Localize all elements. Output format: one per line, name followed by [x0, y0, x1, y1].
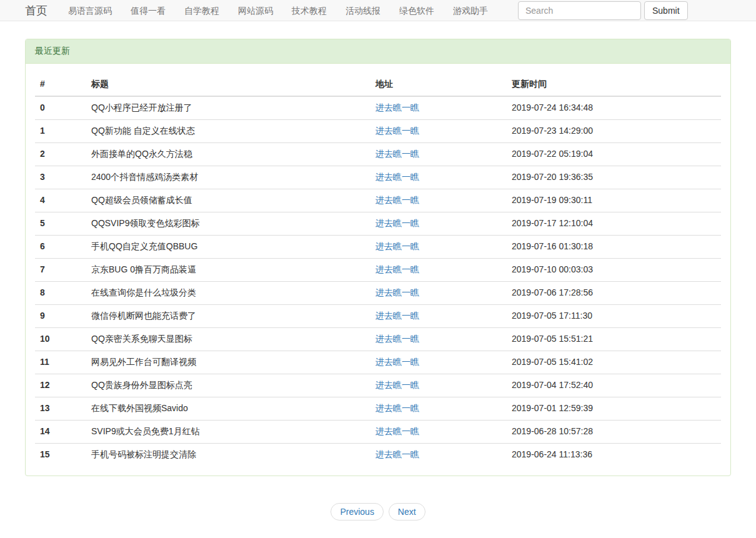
row-link[interactable]: 进去瞧一瞧 — [376, 403, 419, 413]
row-title: QQ新功能 自定义在线状态 — [86, 119, 371, 142]
row-link[interactable]: 进去瞧一瞧 — [376, 380, 419, 390]
row-link-cell: 进去瞧一瞧 — [371, 397, 507, 420]
row-index: 11 — [35, 351, 86, 374]
row-link-cell: 进去瞧一瞧 — [371, 119, 507, 142]
row-update-time: 2019-07-17 12:10:04 — [507, 212, 721, 235]
row-index: 15 — [35, 443, 86, 466]
row-index: 8 — [35, 281, 86, 304]
row-index: 13 — [35, 397, 86, 420]
nav-link[interactable]: 绿色软件 — [390, 0, 444, 21]
row-link[interactable]: 进去瞧一瞧 — [376, 172, 419, 182]
navbar: 首页 易语言源码值得一看自学教程网站源码技术教程活动线报绿色软件游戏助手 Sub… — [0, 0, 756, 21]
row-title: SVIP9或大会员免费1月红钻 — [86, 420, 371, 443]
table-row: 32400个抖音情感鸡汤类素材进去瞧一瞧2019-07-20 19:36:35 — [35, 166, 721, 189]
table-row: 11网易见外工作台可翻译视频进去瞧一瞧2019-07-05 15:41:02 — [35, 351, 721, 374]
row-link[interactable]: 进去瞧一瞧 — [376, 287, 419, 297]
table-row: 10QQ亲密关系免聊天显图标进去瞧一瞧2019-07-05 15:51:21 — [35, 327, 721, 351]
row-index: 0 — [35, 96, 86, 119]
table-row: 4QQ超级会员领储蓄成长值进去瞧一瞧2019-07-19 09:30:11 — [35, 189, 721, 212]
row-title: 手机号码被标注明提交清除 — [86, 443, 371, 466]
row-update-time: 2019-07-05 15:51:21 — [507, 327, 721, 351]
row-link[interactable]: 进去瞧一瞧 — [376, 241, 419, 251]
row-update-time: 2019-07-20 19:36:35 — [507, 166, 721, 189]
row-link-cell: 进去瞧一瞧 — [371, 96, 507, 119]
nav-link[interactable]: 网站源码 — [229, 0, 282, 21]
row-link[interactable]: 进去瞧一瞧 — [376, 334, 419, 344]
row-title: 手机QQ自定义充值QBBUG — [86, 235, 371, 258]
next-button[interactable]: Next — [389, 503, 425, 521]
row-link[interactable]: 进去瞧一瞧 — [376, 311, 419, 321]
pagination: Previous Next — [25, 503, 731, 527]
table-row: 1QQ新功能 自定义在线状态进去瞧一瞧2019-07-23 14:29:00 — [35, 119, 721, 142]
nav-item: 绿色软件 — [390, 0, 444, 21]
row-title: 在线下载外国视频Savido — [86, 397, 371, 420]
row-title: 2400个抖音情感鸡汤类素材 — [86, 166, 371, 189]
row-link-cell: 进去瞧一瞧 — [371, 281, 507, 304]
row-update-time: 2019-07-06 17:28:56 — [507, 281, 721, 304]
row-link[interactable]: 进去瞧一瞧 — [376, 149, 419, 159]
row-update-time: 2019-07-05 15:41:02 — [507, 351, 721, 374]
row-link[interactable]: 进去瞧一瞧 — [376, 218, 419, 228]
nav-link[interactable]: 值得一看 — [121, 0, 175, 21]
header-update-time: 更新时间 — [507, 73, 721, 96]
row-title: QQ亲密关系免聊天显图标 — [86, 327, 371, 351]
row-index: 2 — [35, 142, 86, 166]
row-link-cell: 进去瞧一瞧 — [371, 142, 507, 166]
row-link[interactable]: 进去瞧一瞧 — [376, 357, 419, 367]
header-address: 地址 — [371, 73, 507, 96]
row-link-cell: 进去瞧一瞧 — [371, 258, 507, 281]
search-input[interactable] — [518, 1, 641, 20]
table-row: 12QQ贵族身份外显图标点亮进去瞧一瞧2019-07-04 17:52:40 — [35, 374, 721, 397]
table-row: 13在线下载外国视频Savido进去瞧一瞧2019-07-01 12:59:39 — [35, 397, 721, 420]
row-index: 7 — [35, 258, 86, 281]
row-link-cell: 进去瞧一瞧 — [371, 351, 507, 374]
row-link[interactable]: 进去瞧一瞧 — [376, 195, 419, 205]
row-index: 1 — [35, 119, 86, 142]
row-update-time: 2019-07-10 00:03:03 — [507, 258, 721, 281]
row-link-cell: 进去瞧一瞧 — [371, 212, 507, 235]
row-index: 6 — [35, 235, 86, 258]
nav-item: 易语言源码 — [59, 0, 121, 21]
table-row: 0QQ小程序已经开放注册了进去瞧一瞧2019-07-24 16:34:48 — [35, 96, 721, 119]
row-link[interactable]: 进去瞧一瞧 — [376, 426, 419, 436]
row-title: QQ超级会员领储蓄成长值 — [86, 189, 371, 212]
panel-title: 最近更新 — [26, 39, 730, 64]
table-body: 0QQ小程序已经开放注册了进去瞧一瞧2019-07-24 16:34:481QQ… — [35, 96, 721, 466]
row-update-time: 2019-06-28 10:57:28 — [507, 420, 721, 443]
row-link-cell: 进去瞧一瞧 — [371, 327, 507, 351]
row-link[interactable]: 进去瞧一瞧 — [376, 449, 419, 459]
row-link[interactable]: 进去瞧一瞧 — [376, 126, 419, 136]
table-row: 14SVIP9或大会员免费1月红钻进去瞧一瞧2019-06-28 10:57:2… — [35, 420, 721, 443]
row-link[interactable]: 进去瞧一瞧 — [376, 264, 419, 274]
nav-link[interactable]: 自学教程 — [175, 0, 229, 21]
row-title: QQ小程序已经开放注册了 — [86, 96, 371, 119]
row-index: 12 — [35, 374, 86, 397]
row-index: 5 — [35, 212, 86, 235]
row-index: 9 — [35, 304, 86, 327]
main-container: 最近更新 # 标题 地址 更新时间 0QQ小程序已经开放注册了进去瞧一瞧2019… — [25, 39, 731, 527]
nav-link[interactable]: 活动线报 — [336, 0, 390, 21]
row-update-time: 2019-07-23 14:29:00 — [507, 119, 721, 142]
nav-link[interactable]: 游戏助手 — [444, 0, 497, 21]
navbar-brand-home[interactable]: 首页 — [25, 0, 47, 21]
row-link-cell: 进去瞧一瞧 — [371, 166, 507, 189]
row-index: 3 — [35, 166, 86, 189]
table-row: 6手机QQ自定义充值QBBUG进去瞧一瞧2019-07-16 01:30:18 — [35, 235, 721, 258]
previous-button[interactable]: Previous — [331, 503, 383, 521]
table-row: 15手机号码被标注明提交清除进去瞧一瞧2019-06-24 11:13:36 — [35, 443, 721, 466]
submit-button[interactable]: Submit — [644, 1, 688, 20]
nav-link[interactable]: 技术教程 — [282, 0, 336, 21]
row-title: 微信停机断网也能充话费了 — [86, 304, 371, 327]
row-update-time: 2019-07-22 05:19:04 — [507, 142, 721, 166]
row-link[interactable]: 进去瞧一瞧 — [376, 102, 419, 112]
table-row: 7京东BUG 0撸百万商品装逼进去瞧一瞧2019-07-10 00:03:03 — [35, 258, 721, 281]
row-update-time: 2019-06-24 11:13:36 — [507, 443, 721, 466]
row-title: 外面接单的QQ永久方法稳 — [86, 142, 371, 166]
nav-link[interactable]: 易语言源码 — [59, 0, 121, 21]
row-index: 10 — [35, 327, 86, 351]
table-row: 5QQSVIP9领取变色炫彩图标进去瞧一瞧2019-07-17 12:10:04 — [35, 212, 721, 235]
row-update-time: 2019-07-04 17:52:40 — [507, 374, 721, 397]
nav-item: 网站源码 — [229, 0, 282, 21]
row-link-cell: 进去瞧一瞧 — [371, 420, 507, 443]
row-index: 14 — [35, 420, 86, 443]
